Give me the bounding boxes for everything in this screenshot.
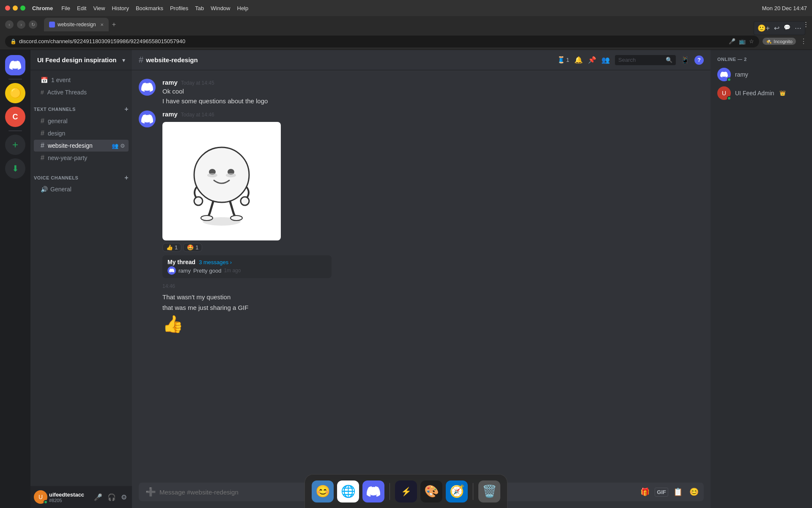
titlebar: Chrome File Edit View History Bookmarks … bbox=[0, 0, 812, 16]
thread-preview[interactable]: My thread 3 messages › ramy Pretty good … bbox=[162, 255, 332, 278]
gift-icon[interactable]: 🎁 bbox=[639, 486, 651, 498]
help-header-button[interactable]: ? bbox=[694, 55, 704, 65]
server-name-header[interactable]: UI Feed design inspiration ▾ bbox=[30, 50, 132, 70]
address-bar[interactable]: 🔒 discord.com/channels/92249118030915998… bbox=[5, 36, 759, 47]
text-channels-category[interactable]: TEXT CHANNELS + bbox=[30, 99, 132, 115]
pin-header-button[interactable]: 📌 bbox=[588, 56, 596, 64]
thumbsup-emoji: 👍 bbox=[166, 244, 173, 251]
channel-item-design[interactable]: # design bbox=[34, 127, 129, 139]
star-icon[interactable]: ☆ bbox=[749, 38, 754, 44]
add-voice-channel-button[interactable]: + bbox=[124, 174, 129, 182]
cast-icon[interactable]: 📺 bbox=[739, 38, 746, 44]
inbox-header-button[interactable]: 📱 bbox=[681, 56, 689, 64]
members-icon[interactable]: 👥 bbox=[112, 143, 118, 149]
menu-file[interactable]: File bbox=[61, 5, 70, 11]
macos-dock: 😊 🌐 ⚡ 🎨 🧭 🗑️ bbox=[304, 474, 508, 508]
dock-icon-terminal[interactable]: ⚡ bbox=[395, 480, 417, 502]
titlebar-time: Mon 20 Dec 14:47 bbox=[762, 5, 807, 11]
incognito-label: Incognito bbox=[774, 39, 793, 44]
dock-icon-safari[interactable]: 🧭 bbox=[446, 480, 468, 502]
tab-close-button[interactable]: ✕ bbox=[100, 22, 104, 27]
browser-tab-active[interactable]: website-redesign ✕ bbox=[44, 18, 109, 31]
tab-favicon bbox=[49, 22, 55, 28]
deafen-button[interactable]: 🎧 bbox=[106, 491, 118, 503]
server-header-chevron-icon: ▾ bbox=[122, 57, 125, 64]
emoji-button[interactable]: 😊 bbox=[688, 486, 700, 498]
channel-item-general[interactable]: # general bbox=[34, 115, 129, 127]
menu-window[interactable]: Window bbox=[211, 5, 230, 11]
menu-history[interactable]: History bbox=[112, 5, 129, 11]
voice-channel-general[interactable]: 🔊 General bbox=[34, 184, 129, 195]
channel-item-new-year-party[interactable]: # new-year-party bbox=[34, 152, 129, 164]
message-timestamp-1: Today at 14:45 bbox=[181, 80, 214, 86]
message-input-icons: 🎁 GIF 📋 😊 bbox=[639, 486, 700, 498]
message-reactions: 👍 1 🤩 1 bbox=[162, 243, 704, 252]
new-tab-button[interactable]: + bbox=[112, 21, 116, 28]
dock-icon-finder[interactable]: 😊 bbox=[312, 480, 334, 502]
dock-icon-chrome[interactable]: 🌐 bbox=[337, 480, 359, 502]
settings-icon[interactable]: ⚙ bbox=[120, 143, 125, 149]
chat-image bbox=[162, 122, 281, 240]
incognito-badge: 🕵️ Incognito bbox=[763, 38, 796, 45]
svg-point-8 bbox=[201, 215, 213, 221]
server-icon-ui-feed[interactable]: 🟡 bbox=[5, 83, 25, 103]
notifications-header-button[interactable]: 🔔 bbox=[574, 56, 583, 64]
reload-button[interactable]: ↻ bbox=[29, 20, 37, 29]
menu-help[interactable]: Help bbox=[237, 5, 249, 11]
forward-button[interactable]: › bbox=[17, 20, 25, 29]
active-threads-label: Active Threads bbox=[47, 89, 87, 96]
server-icon-colorful[interactable]: C bbox=[5, 107, 25, 127]
thread-mini-avatar bbox=[167, 266, 176, 275]
minimize-dot[interactable] bbox=[13, 6, 18, 11]
starstruck-reaction[interactable]: 🤩 1 bbox=[183, 243, 202, 252]
mic-icon[interactable]: 🎤 bbox=[729, 38, 735, 44]
message-group-1: ramy Today at 14:45 Ok cool I have some … bbox=[132, 77, 710, 107]
thread-preview-msg: ramy Pretty good 1m ago bbox=[167, 266, 241, 275]
message-attach-button[interactable]: ➕ bbox=[145, 487, 156, 497]
dock-separator-2 bbox=[473, 483, 473, 500]
event-label: 1 event bbox=[51, 77, 71, 83]
menu-tab[interactable]: Tab bbox=[195, 5, 204, 11]
menu-bookmarks[interactable]: Bookmarks bbox=[136, 5, 163, 11]
user-controls: 🎤 🎧 ⚙ bbox=[92, 491, 129, 503]
members-header-button[interactable]: 👥 bbox=[601, 56, 610, 64]
member-name-admin: UI Feed Admin bbox=[735, 90, 774, 97]
user-settings-button[interactable]: ⚙ bbox=[119, 491, 129, 503]
mute-button[interactable]: 🎤 bbox=[92, 491, 104, 503]
threads-header-button[interactable]: 🧵 1 bbox=[557, 56, 569, 64]
back-button[interactable]: ‹ bbox=[5, 20, 14, 29]
member-item-ramy[interactable]: ramy bbox=[710, 65, 812, 84]
gif-button[interactable]: GIF bbox=[655, 488, 668, 497]
standalone-msg-1: That wasn't my question bbox=[132, 292, 710, 302]
member-status-admin bbox=[727, 96, 731, 100]
add-text-channel-button[interactable]: + bbox=[124, 105, 129, 113]
channel-item-website-redesign[interactable]: # website-redesign 👥 ⚙ bbox=[34, 140, 129, 152]
member-avatar-ramy bbox=[717, 68, 731, 81]
close-dot[interactable] bbox=[5, 6, 10, 11]
channel-sidebar: UI Feed design inspiration ▾ 📅 1 event #… bbox=[30, 50, 132, 508]
chat-header: # website-redesign 🧵 1 🔔 📌 👥 Search 🔍 📱 … bbox=[132, 50, 710, 70]
server-icon-discord-home[interactable] bbox=[5, 55, 25, 75]
sidebar-item-active-threads[interactable]: # Active Threads bbox=[34, 86, 129, 98]
standalone-msg-2: that was me just sharing a GIF bbox=[132, 302, 710, 313]
sticker-icon[interactable]: 📋 bbox=[672, 486, 684, 498]
add-server-button[interactable]: + bbox=[5, 135, 25, 155]
download-apps-button[interactable]: ⬇ bbox=[5, 158, 25, 179]
chat-header-icons: 🧵 1 🔔 📌 👥 Search 🔍 📱 ? bbox=[557, 55, 704, 65]
chat-search-box[interactable]: Search 🔍 bbox=[615, 55, 676, 65]
dock-icon-trash[interactable]: 🗑️ bbox=[478, 480, 500, 502]
thumbsup-reaction[interactable]: 👍 1 bbox=[162, 243, 181, 252]
member-item-ui-feed-admin[interactable]: U UI Feed Admin 👑 bbox=[710, 84, 812, 102]
dock-icon-discord[interactable] bbox=[362, 480, 384, 502]
starstruck-emoji: 🤩 bbox=[187, 244, 194, 251]
menu-view[interactable]: View bbox=[93, 5, 105, 11]
extensions-icon[interactable]: ⋮ bbox=[800, 37, 807, 45]
dock-icon-figma[interactable]: 🎨 bbox=[420, 480, 442, 502]
maximize-dot[interactable] bbox=[20, 6, 25, 11]
menu-bar: File Edit View History Bookmarks Profile… bbox=[61, 5, 248, 11]
voice-channels-category[interactable]: VOICE CHANNELS + bbox=[30, 167, 132, 183]
sidebar-item-event[interactable]: 📅 1 event bbox=[34, 74, 129, 86]
menu-edit[interactable]: Edit bbox=[77, 5, 86, 11]
menu-profiles[interactable]: Profiles bbox=[170, 5, 188, 11]
address-text: discord.com/channels/922491180309159986/… bbox=[19, 38, 185, 44]
